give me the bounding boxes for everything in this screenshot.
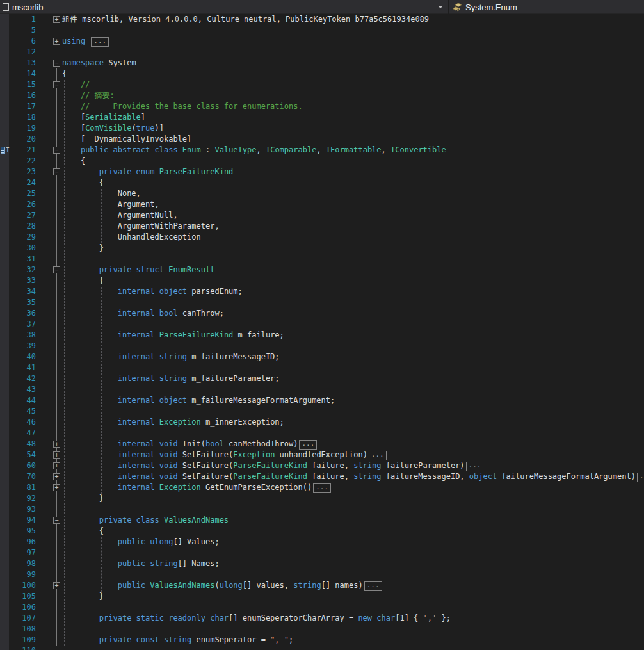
expand-region-icon[interactable]: + [53, 484, 60, 491]
code-text: internal string m_failureMessageID; [62, 352, 280, 362]
expand-region-icon[interactable]: + [53, 38, 60, 45]
code-line: 98 public string[] Names; [0, 558, 644, 569]
code-line: 21−I public abstract class Enum : ValueT… [0, 145, 644, 156]
line-number: 24 [9, 177, 36, 188]
code-line: 34 internal object parsedEnum; [0, 286, 644, 297]
member-dropdown[interactable]: System.Enum [449, 0, 644, 14]
line-number: 42 [9, 373, 36, 384]
line-number: 70 [9, 471, 36, 482]
code-text: { [62, 69, 67, 79]
code-line: 39 [0, 341, 644, 352]
code-line: 13−namespace System [0, 58, 644, 69]
line-number: 16 [9, 90, 36, 101]
collapsed-body-box[interactable]: ... [299, 440, 317, 450]
chevron-down-icon[interactable] [438, 6, 443, 11]
code-line: 29 UnhandledException [0, 232, 644, 243]
code-text: internal bool canThrow; [62, 308, 224, 319]
code-line: 20 [__DynamicallyInvokable] [0, 134, 644, 145]
class-icon [453, 3, 462, 12]
code-text: ArgumentWithParameter, [62, 221, 220, 232]
collapse-region-icon[interactable]: − [53, 81, 60, 88]
code-line: 17 // Provides the base class for enumer… [0, 101, 644, 112]
expand-region-icon[interactable]: + [53, 16, 60, 23]
expand-region-icon[interactable]: + [53, 473, 60, 480]
line-number: 45 [9, 406, 36, 417]
line-number: 27 [9, 210, 36, 221]
collapse-region-icon[interactable]: − [53, 517, 60, 524]
code-line: 24 { [0, 177, 644, 188]
code-line: 40 internal string m_failureMessageID; [0, 352, 644, 362]
code-line: 37 [0, 319, 644, 330]
code-text: private const string enumSeperator = ", … [62, 635, 293, 646]
expand-region-icon[interactable]: + [53, 451, 60, 459]
expand-region-icon[interactable]: + [53, 441, 60, 448]
code-line: 23− private enum ParseFailureKind [0, 167, 644, 177]
collapsed-body-box[interactable]: ... [364, 581, 382, 591]
line-number: 30 [9, 243, 36, 254]
line-number: 106 [9, 602, 36, 613]
code-text: internal object m_failureMessageFormatAr… [62, 395, 335, 406]
expand-region-icon[interactable]: + [53, 582, 60, 589]
line-number: 43 [9, 384, 36, 395]
code-text: { [62, 177, 104, 188]
line-number: 107 [9, 613, 36, 624]
code-line: 6+using ... [0, 36, 644, 47]
line-number: 17 [9, 101, 36, 112]
line-number: 1 [9, 14, 36, 25]
code-text: using ... [62, 36, 109, 47]
collapse-region-icon[interactable]: − [53, 266, 60, 273]
code-text: [ComVisible(true)] [62, 123, 164, 134]
project-dropdown[interactable]: mscorlib [0, 0, 448, 14]
line-number: 29 [9, 232, 36, 243]
line-number: 15 [9, 79, 36, 90]
collapsed-body-box[interactable]: ... [91, 37, 109, 47]
collapsed-body-box[interactable]: ... [369, 451, 387, 460]
code-line: 15− // [0, 79, 644, 90]
code-text: public ValuesAndNames(ulong[] values, st… [62, 580, 382, 592]
code-line: 92 } [0, 493, 644, 504]
collapsed-body-box[interactable]: ... [466, 462, 484, 471]
collapse-region-icon[interactable]: − [53, 168, 60, 175]
metadata-icon [1, 147, 5, 154]
code-line: 93 [0, 504, 644, 515]
expand-region-icon[interactable]: + [53, 462, 60, 469]
code-text: { [62, 526, 104, 537]
code-line: 54+ internal void SetFailure(Exception u… [0, 450, 644, 460]
code-text: internal Exception GetEnumParseException… [62, 482, 331, 494]
code-editor: 1+組件 mscorlib, Version=4.0.0.0, Culture=… [0, 14, 644, 650]
collapsed-body-box[interactable]: ... [313, 483, 331, 493]
line-number: 98 [9, 558, 36, 569]
code-text: private class ValuesAndNames [62, 515, 229, 526]
code-line: 106 [0, 602, 644, 613]
code-text: } [62, 493, 104, 504]
code-line: 33 { [0, 275, 644, 286]
code-text: None, [62, 188, 141, 199]
line-number: 109 [9, 635, 36, 646]
margin-indicator-icon: I [1, 146, 10, 154]
collapse-region-icon[interactable]: − [53, 60, 60, 67]
line-number: 32 [9, 264, 36, 275]
code-text: UnhandledException [62, 232, 201, 243]
collapsed-body-box[interactable]: ... [637, 473, 644, 482]
line-number: 93 [9, 504, 36, 515]
line-number: 19 [9, 123, 36, 134]
code-line: 32− private struct EnumResult [0, 264, 644, 275]
line-number: 34 [9, 286, 36, 297]
code-line: 26 Argument, [0, 199, 644, 210]
code-text: public ulong[] Values; [62, 537, 220, 548]
code-text: public string[] Names; [62, 558, 220, 569]
code-line: 97 [0, 548, 644, 558]
line-number: 47 [9, 428, 36, 439]
line-number: 14 [9, 69, 36, 79]
line-number: 6 [9, 36, 36, 47]
code-text: private static readonly char[] enumSeper… [62, 613, 451, 624]
line-number: 12 [9, 47, 36, 58]
code-line: 70+ internal void SetFailure(ParseFailur… [0, 471, 644, 482]
code-text: namespace System [62, 58, 136, 69]
line-number: 33 [9, 275, 36, 286]
collapse-region-icon[interactable]: − [53, 147, 60, 154]
code-text: Argument, [62, 199, 159, 210]
line-number: 100 [9, 580, 36, 591]
code-line: 60+ internal void SetFailure(ParseFailur… [0, 460, 644, 471]
code-line: 12 [0, 47, 644, 58]
